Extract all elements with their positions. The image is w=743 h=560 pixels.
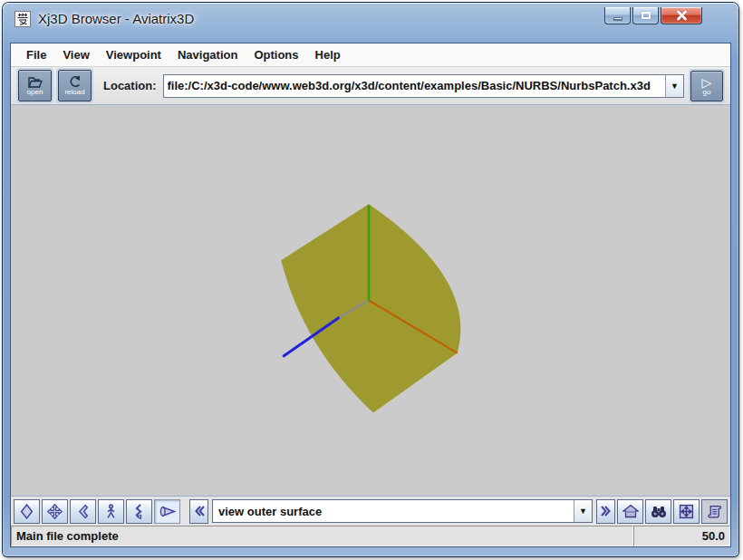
previous-viewpoint-button[interactable] [189,499,208,524]
fly-icon [19,504,34,519]
chevron-down-icon: ▼ [579,507,587,516]
maximize-icon [642,12,651,19]
menu-navigation[interactable]: Navigation [169,45,246,64]
minimize-icon [613,17,622,20]
pan-mode-button[interactable] [42,499,68,524]
go-button[interactable]: ▷ go [690,71,723,101]
frame-rate-value: 50.0 [633,526,730,546]
console-button[interactable] [701,499,728,524]
menu-help[interactable]: Help [307,45,349,64]
menu-view[interactable]: View [54,45,97,64]
viewpoint-selected-value: view outer surface [213,500,574,522]
reload-button-label: reload [64,89,84,96]
open-folder-icon [27,75,43,89]
close-icon [676,10,687,21]
find-look-at-button[interactable] [645,499,671,524]
go-icon: ▷ [702,76,712,89]
nurbs-patch-scene [11,105,730,496]
menu-file[interactable]: File [18,45,54,64]
next-viewpoint-button[interactable] [596,499,615,524]
fly-mode-button[interactable] [14,499,40,524]
console-scroll-icon [707,504,723,519]
status-message: Main file complete [11,526,633,546]
examine-icon [75,504,91,519]
home-viewpoint-button[interactable] [617,499,643,524]
home-icon [622,504,639,518]
app-window: Xj3D Browser - Aviatrix3D File View View… [3,3,738,556]
close-button[interactable] [661,7,702,24]
window-controls [603,7,702,24]
location-dropdown-button[interactable]: ▼ [665,75,683,97]
client-area: File View Viewpoint Navigation Options H… [10,43,731,547]
navigation-toolbar: view outer surface ▼ [11,496,730,526]
location-label: Location: [103,79,157,92]
window-title: Xj3D Browser - Aviatrix3D [38,11,194,26]
3d-viewport[interactable] [11,105,730,496]
tilt-icon [131,504,147,519]
examine-mode-button[interactable] [70,499,96,524]
go-button-label: go [703,89,711,96]
location-toolbar: open reload Location: ▼ ▷ g [11,67,730,105]
walk-mode-button[interactable] [98,499,124,524]
chevron-down-icon: ▼ [671,82,679,91]
status-bar: Main file complete 50.0 [11,526,730,546]
walk-icon [103,504,119,519]
menu-options[interactable]: Options [246,45,306,64]
viewpoint-combo[interactable]: view outer surface ▼ [212,499,593,523]
app-icon [14,11,31,27]
nurbs-patch-surface [281,204,460,412]
chevron-left-icon [193,505,206,517]
pan-icon [47,504,63,519]
open-button-label: open [27,89,43,96]
open-button[interactable]: open [18,70,52,101]
look-at-eye-icon [159,504,176,519]
binoculars-icon [651,505,667,518]
minimize-button[interactable] [604,7,631,24]
reload-icon [68,75,82,89]
viewpoint-dropdown-button[interactable]: ▼ [574,500,592,522]
fit-world-icon [679,504,694,519]
fit-world-button[interactable] [673,499,700,524]
reload-button[interactable]: reload [58,70,92,101]
kanji-app-icon [16,13,29,25]
menu-bar: File View Viewpoint Navigation Options H… [11,43,730,67]
location-input[interactable] [164,75,666,97]
maximize-button[interactable] [632,7,659,24]
titlebar[interactable]: Xj3D Browser - Aviatrix3D [3,3,738,43]
menu-viewpoint[interactable]: Viewpoint [98,45,169,64]
tilt-mode-button[interactable] [126,499,152,524]
chevron-right-icon [600,505,613,517]
look-at-mode-button[interactable] [154,499,180,524]
location-combo: ▼ [163,74,685,98]
